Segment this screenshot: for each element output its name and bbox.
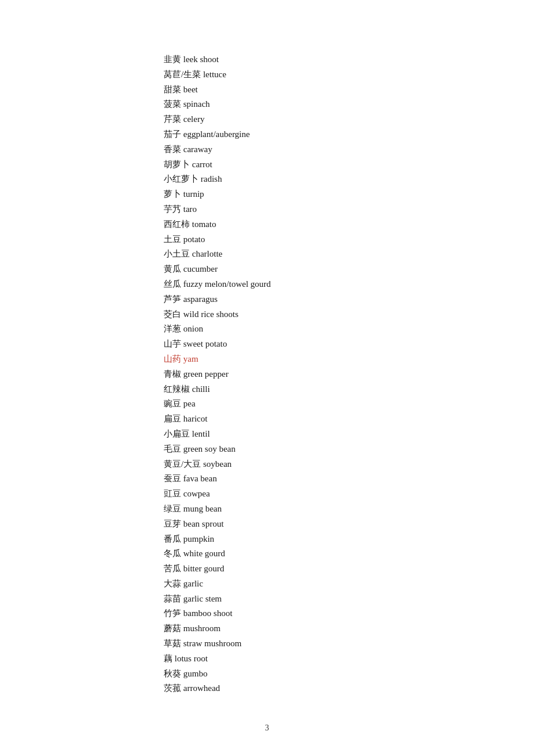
list-item: 扁豆 haricot	[164, 412, 534, 427]
list-item: 苦瓜 bitter gourd	[164, 561, 534, 577]
list-item: 莴苣/生菜 lettuce	[164, 67, 534, 82]
list-item: 西红柿 tomato	[164, 217, 534, 232]
list-item: 小扁豆 lentil	[164, 427, 534, 442]
list-item: 小土豆 charlotte	[164, 247, 534, 262]
list-item: 小红萝卜 radish	[164, 172, 534, 187]
list-item: 胡萝卜 carrot	[164, 157, 534, 172]
list-item: 甜菜 beet	[164, 82, 534, 98]
list-item: 蒜苗 garlic stem	[164, 592, 534, 607]
list-item: 豌豆 pea	[164, 397, 534, 412]
page: 韭黄 leek shoot莴苣/生菜 lettuce甜菜 beet菠菜 spin…	[0, 0, 534, 756]
list-item: 蘑菇 mushroom	[164, 621, 534, 636]
list-item: 萝卜 turnip	[164, 187, 534, 202]
list-item: 土豆 potato	[164, 232, 534, 247]
list-item: 丝瓜 fuzzy melon/towel gourd	[164, 277, 534, 292]
list-item: 豇豆 cowpea	[164, 487, 534, 502]
list-item: 茭白 wild rice shoots	[164, 307, 534, 322]
list-item: 芦笋 asparagus	[164, 292, 534, 307]
list-item: 红辣椒 chilli	[164, 382, 534, 397]
list-item: 芋艿 taro	[164, 202, 534, 217]
list-item: 韭黄 leek shoot	[164, 52, 534, 67]
list-item: 茨菰 arrowhead	[164, 681, 534, 696]
list-item: 竹笋 bamboo shoot	[164, 606, 534, 621]
list-item: 青椒 green pepper	[164, 367, 534, 382]
list-item: 秋葵 gumbo	[164, 667, 534, 682]
list-item: 毛豆 green soy bean	[164, 442, 534, 457]
page-number: 3	[265, 723, 269, 733]
list-item: 藕 lotus root	[164, 651, 534, 667]
list-item: 大蒜 garlic	[164, 577, 534, 592]
list-item: 番瓜 pumpkin	[164, 532, 534, 547]
content-area: 韭黄 leek shoot莴苣/生菜 lettuce甜菜 beet菠菜 spin…	[164, 52, 534, 696]
list-item: 茄子 eggplant/aubergine	[164, 127, 534, 142]
list-item: 洋葱 onion	[164, 322, 534, 337]
list-item: 黄瓜 cucumber	[164, 262, 534, 277]
list-item: 芹菜 celery	[164, 112, 534, 127]
list-item: 香菜 caraway	[164, 142, 534, 157]
list-item: 冬瓜 white gourd	[164, 546, 534, 561]
list-item: 绿豆 mung bean	[164, 502, 534, 517]
list-item: 山药 yam	[164, 352, 534, 367]
list-item: 黄豆/大豆 soybean	[164, 457, 534, 472]
list-item: 山芋 sweet potato	[164, 337, 534, 352]
list-item: 蚕豆 fava bean	[164, 471, 534, 487]
list-item: 豆芽 bean sprout	[164, 517, 534, 532]
list-item: 草菇 straw mushroom	[164, 636, 534, 651]
list-item: 菠菜 spinach	[164, 97, 534, 112]
